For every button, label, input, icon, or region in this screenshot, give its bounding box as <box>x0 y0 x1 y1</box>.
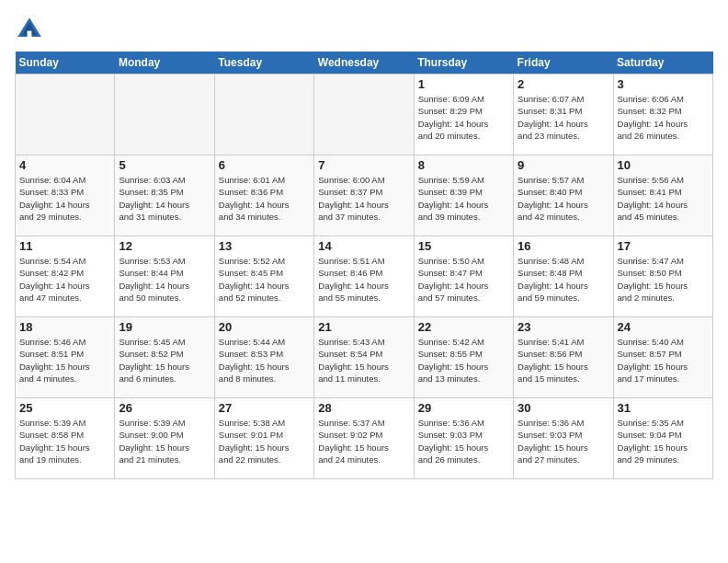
day-number: 9 <box>518 158 609 172</box>
day-info: Sunrise: 5:53 AMSunset: 8:44 PMDaylight:… <box>119 255 210 304</box>
week-row-1: 1Sunrise: 6:09 AMSunset: 8:29 PMDaylight… <box>16 75 713 155</box>
day-cell: 18Sunrise: 5:46 AMSunset: 8:51 PMDayligh… <box>16 317 115 398</box>
day-info: Sunrise: 5:47 AMSunset: 8:50 PMDaylight:… <box>618 255 709 304</box>
day-info: Sunrise: 6:04 AMSunset: 8:33 PMDaylight:… <box>19 174 110 223</box>
day-cell: 5Sunrise: 6:03 AMSunset: 8:35 PMDaylight… <box>115 155 214 236</box>
day-info: Sunrise: 6:09 AMSunset: 8:29 PMDaylight:… <box>418 93 509 142</box>
day-info: Sunrise: 5:59 AMSunset: 8:39 PMDaylight:… <box>418 174 509 223</box>
day-cell: 21Sunrise: 5:43 AMSunset: 8:54 PMDayligh… <box>314 317 414 398</box>
header-sunday: Sunday <box>16 52 115 75</box>
day-info: Sunrise: 5:44 AMSunset: 8:53 PMDaylight:… <box>219 336 310 385</box>
day-info: Sunrise: 5:37 AMSunset: 9:02 PMDaylight:… <box>318 417 409 465</box>
header-friday: Friday <box>514 52 613 75</box>
day-cell: 2Sunrise: 6:07 AMSunset: 8:31 PMDaylight… <box>514 75 613 155</box>
day-info: Sunrise: 6:03 AMSunset: 8:35 PMDaylight:… <box>119 174 210 223</box>
day-cell: 12Sunrise: 5:53 AMSunset: 8:44 PMDayligh… <box>115 236 214 317</box>
day-number: 14 <box>318 239 409 253</box>
day-number: 29 <box>418 401 509 415</box>
day-number: 26 <box>119 401 210 415</box>
week-row-4: 18Sunrise: 5:46 AMSunset: 8:51 PMDayligh… <box>16 317 713 398</box>
day-info: Sunrise: 5:52 AMSunset: 8:45 PMDaylight:… <box>219 255 310 304</box>
day-info: Sunrise: 5:36 AMSunset: 9:03 PMDaylight:… <box>418 417 509 465</box>
day-number: 3 <box>618 77 709 91</box>
header-saturday: Saturday <box>613 52 712 75</box>
day-number: 17 <box>618 239 709 253</box>
day-number: 21 <box>318 320 409 334</box>
day-info: Sunrise: 5:42 AMSunset: 8:55 PMDaylight:… <box>418 336 509 385</box>
day-info: Sunrise: 5:39 AMSunset: 9:00 PMDaylight:… <box>119 417 210 465</box>
day-info: Sunrise: 5:46 AMSunset: 8:51 PMDaylight:… <box>19 336 110 385</box>
logo <box>15 15 48 44</box>
day-cell <box>16 75 115 155</box>
week-row-3: 11Sunrise: 5:54 AMSunset: 8:42 PMDayligh… <box>16 236 713 317</box>
day-number: 30 <box>518 401 609 415</box>
header <box>15 15 713 44</box>
day-number: 24 <box>618 320 709 334</box>
day-cell: 26Sunrise: 5:39 AMSunset: 9:00 PMDayligh… <box>115 398 214 479</box>
day-cell: 17Sunrise: 5:47 AMSunset: 8:50 PMDayligh… <box>613 236 712 317</box>
day-info: Sunrise: 5:39 AMSunset: 8:58 PMDaylight:… <box>19 417 110 465</box>
header-tuesday: Tuesday <box>214 52 313 75</box>
day-number: 10 <box>618 158 709 172</box>
day-cell: 6Sunrise: 6:01 AMSunset: 8:36 PMDaylight… <box>214 155 313 236</box>
day-cell <box>314 75 414 155</box>
day-info: Sunrise: 5:48 AMSunset: 8:48 PMDaylight:… <box>518 255 609 304</box>
day-number: 25 <box>19 401 110 415</box>
logo-icon <box>15 15 44 44</box>
day-cell: 13Sunrise: 5:52 AMSunset: 8:45 PMDayligh… <box>214 236 313 317</box>
day-number: 28 <box>318 401 409 415</box>
calendar-table: SundayMondayTuesdayWednesdayThursdayFrid… <box>15 52 713 479</box>
day-cell: 9Sunrise: 5:57 AMSunset: 8:40 PMDaylight… <box>514 155 613 236</box>
day-cell <box>214 75 313 155</box>
calendar-header-row: SundayMondayTuesdayWednesdayThursdayFrid… <box>16 52 713 75</box>
day-cell: 14Sunrise: 5:51 AMSunset: 8:46 PMDayligh… <box>314 236 414 317</box>
day-info: Sunrise: 5:56 AMSunset: 8:41 PMDaylight:… <box>618 174 709 223</box>
day-info: Sunrise: 5:50 AMSunset: 8:47 PMDaylight:… <box>418 255 509 304</box>
day-cell: 11Sunrise: 5:54 AMSunset: 8:42 PMDayligh… <box>16 236 115 317</box>
day-number: 16 <box>518 239 609 253</box>
day-number: 19 <box>119 320 210 334</box>
day-cell: 7Sunrise: 6:00 AMSunset: 8:37 PMDaylight… <box>314 155 414 236</box>
day-info: Sunrise: 5:35 AMSunset: 9:04 PMDaylight:… <box>618 417 709 465</box>
day-number: 1 <box>418 77 509 91</box>
day-cell: 3Sunrise: 6:06 AMSunset: 8:32 PMDaylight… <box>613 75 712 155</box>
day-info: Sunrise: 6:00 AMSunset: 8:37 PMDaylight:… <box>318 174 409 223</box>
day-info: Sunrise: 5:40 AMSunset: 8:57 PMDaylight:… <box>618 336 709 385</box>
day-cell: 27Sunrise: 5:38 AMSunset: 9:01 PMDayligh… <box>214 398 313 479</box>
day-cell: 1Sunrise: 6:09 AMSunset: 8:29 PMDaylight… <box>414 75 513 155</box>
day-number: 15 <box>418 239 509 253</box>
header-monday: Monday <box>115 52 214 75</box>
day-cell: 25Sunrise: 5:39 AMSunset: 8:58 PMDayligh… <box>16 398 115 479</box>
day-cell: 29Sunrise: 5:36 AMSunset: 9:03 PMDayligh… <box>414 398 513 479</box>
day-info: Sunrise: 5:51 AMSunset: 8:46 PMDaylight:… <box>318 255 409 304</box>
day-number: 5 <box>119 158 210 172</box>
day-info: Sunrise: 6:06 AMSunset: 8:32 PMDaylight:… <box>618 93 709 142</box>
day-cell: 22Sunrise: 5:42 AMSunset: 8:55 PMDayligh… <box>414 317 513 398</box>
day-cell: 19Sunrise: 5:45 AMSunset: 8:52 PMDayligh… <box>115 317 214 398</box>
day-number: 22 <box>418 320 509 334</box>
day-number: 6 <box>219 158 310 172</box>
day-cell: 16Sunrise: 5:48 AMSunset: 8:48 PMDayligh… <box>514 236 613 317</box>
day-info: Sunrise: 5:43 AMSunset: 8:54 PMDaylight:… <box>318 336 409 385</box>
day-cell: 24Sunrise: 5:40 AMSunset: 8:57 PMDayligh… <box>613 317 712 398</box>
day-number: 4 <box>19 158 110 172</box>
day-cell: 30Sunrise: 5:36 AMSunset: 9:03 PMDayligh… <box>514 398 613 479</box>
day-number: 18 <box>19 320 110 334</box>
day-info: Sunrise: 5:54 AMSunset: 8:42 PMDaylight:… <box>19 255 110 304</box>
day-number: 31 <box>618 401 709 415</box>
svg-rect-2 <box>28 31 32 37</box>
day-info: Sunrise: 5:57 AMSunset: 8:40 PMDaylight:… <box>518 174 609 223</box>
day-number: 23 <box>518 320 609 334</box>
day-cell: 15Sunrise: 5:50 AMSunset: 8:47 PMDayligh… <box>414 236 513 317</box>
week-row-2: 4Sunrise: 6:04 AMSunset: 8:33 PMDaylight… <box>16 155 713 236</box>
day-cell: 4Sunrise: 6:04 AMSunset: 8:33 PMDaylight… <box>16 155 115 236</box>
day-info: Sunrise: 5:36 AMSunset: 9:03 PMDaylight:… <box>518 417 609 465</box>
week-row-5: 25Sunrise: 5:39 AMSunset: 8:58 PMDayligh… <box>16 398 713 479</box>
day-cell: 31Sunrise: 5:35 AMSunset: 9:04 PMDayligh… <box>613 398 712 479</box>
day-cell: 28Sunrise: 5:37 AMSunset: 9:02 PMDayligh… <box>314 398 414 479</box>
day-number: 8 <box>418 158 509 172</box>
day-number: 7 <box>318 158 409 172</box>
header-wednesday: Wednesday <box>314 52 414 75</box>
day-number: 13 <box>219 239 310 253</box>
day-info: Sunrise: 5:41 AMSunset: 8:56 PMDaylight:… <box>518 336 609 385</box>
